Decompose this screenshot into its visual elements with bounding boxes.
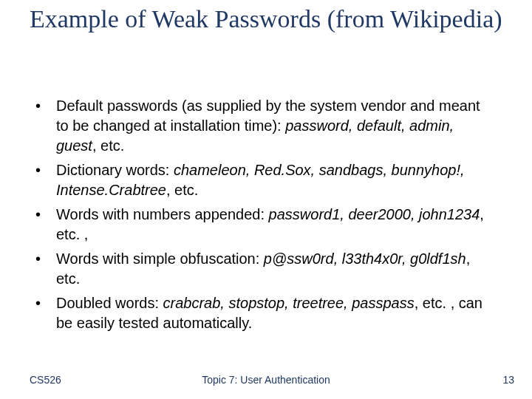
bullet-lead: Doubled words: [56, 295, 163, 311]
list-item: Words with simple obfuscation: p@ssw0rd,… [30, 249, 488, 289]
bullet-tail: , etc. [92, 137, 124, 154]
list-item: Words with numbers appended: password1, … [30, 205, 488, 245]
list-item: Default passwords (as supplied by the sy… [30, 96, 488, 156]
bullet-examples: password1, deer2000, john1234 [269, 206, 480, 222]
bullet-tail: , etc. [166, 182, 198, 198]
list-item: Dictionary words: chameleon, Red.Sox, sa… [30, 160, 488, 200]
footer-topic: Topic 7: User Authentication [0, 374, 532, 386]
bullet-examples: crabcrab, stopstop, treetree, passpass [163, 295, 415, 311]
footer-page-number: 13 [502, 374, 514, 386]
slide-footer: CS526 Topic 7: User Authentication 13 [0, 369, 532, 386]
slide-body: Default passwords (as supplied by the sy… [30, 96, 488, 338]
bullet-list: Default passwords (as supplied by the sy… [30, 96, 488, 333]
list-item: Doubled words: crabcrab, stopstop, treet… [30, 293, 488, 333]
bullet-lead: Words with simple obfuscation: [56, 250, 264, 267]
slide: Example of Weak Passwords (from Wikipedi… [0, 0, 532, 399]
slide-title: Example of Weak Passwords (from Wikipedi… [30, 4, 502, 33]
bullet-examples: p@ssw0rd, l33th4x0r, g0ldf1sh [264, 250, 466, 267]
bullet-lead: Dictionary words: [56, 162, 174, 178]
bullet-lead: Words with numbers appended: [56, 206, 269, 222]
